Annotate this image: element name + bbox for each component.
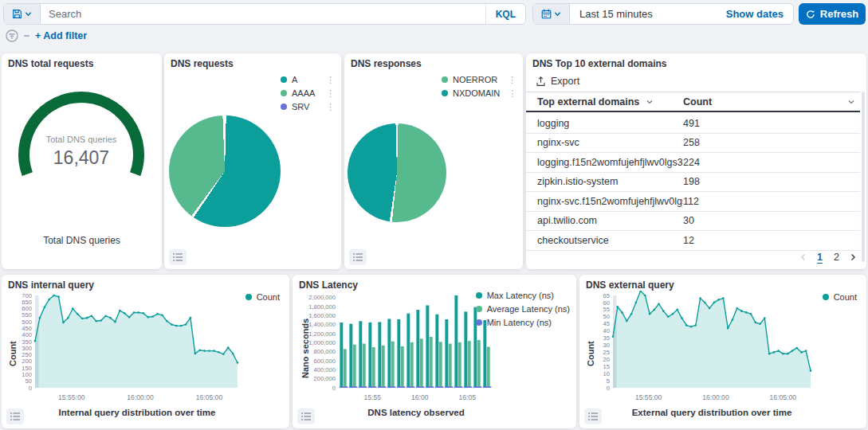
svg-text:30: 30 <box>603 342 610 349</box>
svg-text:15:55: 15:55 <box>363 393 381 401</box>
add-filter-button[interactable]: + Add filter <box>35 30 87 41</box>
chevron-down-icon <box>554 10 561 18</box>
svg-text:200: 200 <box>22 358 32 365</box>
svg-text:55: 55 <box>603 306 610 313</box>
export-button[interactable]: Export <box>536 76 579 87</box>
table-row: logging491 <box>526 114 860 134</box>
legend-dot <box>476 292 482 299</box>
cell-domain: checkoutservice <box>526 235 683 246</box>
dns-requests-pie-chart[interactable] <box>169 115 281 227</box>
kql-button[interactable]: KQL <box>485 4 525 24</box>
legend-menu-icon[interactable]: ⋮ <box>318 76 335 83</box>
legend-dot <box>281 104 287 110</box>
calendar-icon <box>541 9 552 19</box>
total-queries-gauge: Total DNS queries 16,407 <box>4 71 159 198</box>
svg-text:100: 100 <box>22 371 32 378</box>
legend-dot <box>281 90 287 96</box>
legend-menu-icon[interactable]: ⋮ <box>500 76 516 83</box>
legend-item[interactable]: SRV ⋮ <box>281 102 335 111</box>
legend-item[interactable]: Count <box>823 292 857 302</box>
svg-text:5: 5 <box>607 377 610 385</box>
legend-label: NOERROR <box>453 75 497 84</box>
filter-bar: + Add filter <box>6 29 87 42</box>
page-number-button[interactable]: 1 <box>815 252 824 263</box>
saved-query-menu-button[interactable] <box>4 4 41 24</box>
cell-count: 198 <box>683 176 860 187</box>
svg-text:600,000: 600,000 <box>314 358 336 365</box>
legend-label: NXDOMAIN <box>453 88 500 98</box>
svg-text:15:55:00: 15:55:00 <box>58 393 85 401</box>
svg-text:1,200,000: 1,200,000 <box>308 330 336 338</box>
column-header-count[interactable]: Count <box>683 96 860 108</box>
svg-text:700: 700 <box>22 292 32 299</box>
table-scrollbar[interactable] <box>862 92 865 262</box>
export-icon <box>536 76 546 87</box>
legend-toggle-button[interactable] <box>584 408 602 424</box>
legend-item[interactable]: NXDOMAIN ⋮ <box>442 88 516 98</box>
legend-item[interactable]: Average Latency (ns) <box>476 304 570 314</box>
svg-text:400,000: 400,000 <box>314 366 336 373</box>
legend-menu-icon[interactable]: ⋮ <box>318 104 335 110</box>
svg-text:200,000: 200,000 <box>314 375 336 382</box>
legend-item[interactable]: Max Latency (ns) <box>476 291 570 300</box>
search-bar: KQL <box>3 3 526 25</box>
svg-text:16:00: 16:00 <box>411 393 429 401</box>
sort-chevron-icon <box>646 98 654 106</box>
svg-text:500: 500 <box>22 319 32 326</box>
legend-label: Average Latency (ns) <box>487 304 570 314</box>
gauge-bottom-label: Total DNS queries <box>2 235 162 246</box>
legend-item[interactable]: AAAA ⋮ <box>281 88 335 98</box>
svg-text:40: 40 <box>603 327 610 334</box>
svg-text:16:05: 16:05 <box>459 393 477 401</box>
legend-item[interactable]: NOERROR ⋮ <box>442 75 516 84</box>
legend-toggle-button[interactable] <box>169 249 187 265</box>
time-picker-calendar-button[interactable] <box>533 4 570 24</box>
refresh-icon <box>806 10 815 19</box>
previous-page-icon[interactable] <box>799 253 807 261</box>
legend-toggle-button[interactable] <box>349 249 367 265</box>
search-input[interactable] <box>41 4 485 24</box>
export-label: Export <box>551 76 579 87</box>
legend-menu-icon[interactable]: ⋮ <box>500 90 516 96</box>
svg-text:15: 15 <box>603 363 610 370</box>
svg-text:50: 50 <box>603 313 610 320</box>
next-page-icon[interactable] <box>849 253 857 261</box>
dns-responses-pie-chart[interactable] <box>348 123 446 222</box>
table-header: Top external domains Count <box>526 92 860 112</box>
cell-count: 224 <box>683 157 860 168</box>
legend-item[interactable]: Count <box>245 292 280 302</box>
legend-item[interactable]: A ⋮ <box>281 75 335 84</box>
cell-count: 491 <box>683 118 860 129</box>
legend-toggle-button[interactable] <box>6 408 24 424</box>
internal-query-area-chart[interactable]: 0501001502002503003504004505005506006507… <box>6 291 245 407</box>
show-dates-button[interactable]: Show dates <box>717 4 793 24</box>
legend-dot <box>476 306 482 312</box>
legend: A ⋮ AAAA ⋮ SRV ⋮ <box>281 75 335 111</box>
svg-text:16:05:00: 16:05:00 <box>770 393 797 401</box>
legend: Count <box>245 292 280 302</box>
column-header-label: Count <box>683 96 712 108</box>
time-picker: Last 15 minutes Show dates <box>532 3 794 25</box>
filter-options-icon[interactable] <box>6 29 18 42</box>
panel-title: DNS external query <box>586 280 674 291</box>
refresh-button[interactable]: Refresh <box>799 3 866 25</box>
page-number-button[interactable]: 2 <box>832 252 841 263</box>
list-icon <box>10 412 20 420</box>
svg-text:0: 0 <box>607 385 610 392</box>
svg-text:0: 0 <box>29 385 32 392</box>
cell-count: 112 <box>683 196 860 207</box>
legend-dot <box>281 76 287 83</box>
svg-text:15:55:00: 15:55:00 <box>635 393 662 401</box>
latency-bar-chart[interactable]: 0200,000400,000600,000800,0001,000,0001,… <box>297 291 497 407</box>
external-query-area-chart[interactable]: 0510152025303540455055606515:55:0016:00:… <box>589 291 828 407</box>
legend-item[interactable]: Min Latency (ns) <box>476 318 570 327</box>
sort-chevron-icon <box>847 98 855 106</box>
svg-text:0: 0 <box>332 385 336 392</box>
column-header-domains[interactable]: Top external domains <box>526 96 683 108</box>
legend-toggle-button[interactable] <box>297 408 315 424</box>
legend: Count <box>823 292 857 302</box>
legend-menu-icon[interactable]: ⋮ <box>318 90 335 96</box>
svg-text:2,000,000: 2,000,000 <box>308 294 336 301</box>
time-range-value[interactable]: Last 15 minutes <box>570 4 717 24</box>
legend-label: A <box>292 75 297 84</box>
